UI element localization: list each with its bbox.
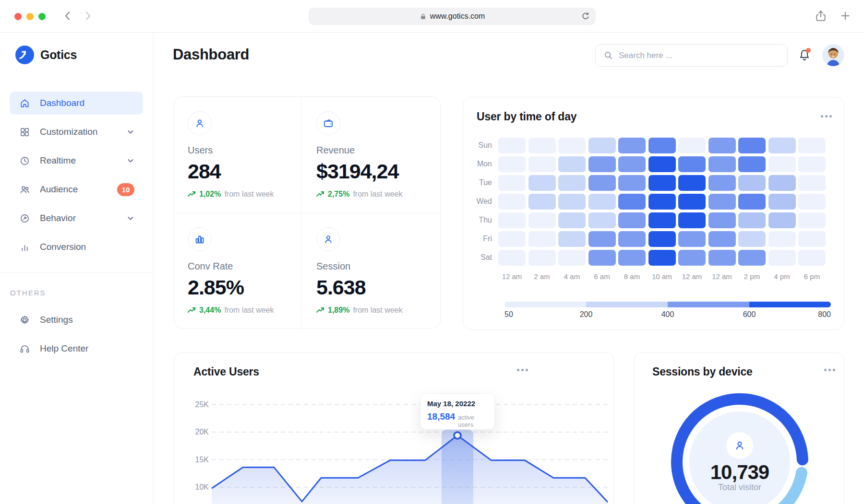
heatmap-cell (618, 250, 646, 266)
heatmap-row-label: Thu (470, 216, 492, 224)
user-avatar[interactable] (822, 44, 844, 66)
reload-icon[interactable] (580, 11, 591, 22)
headset-icon (19, 343, 30, 354)
heatmap-cell (588, 250, 616, 266)
audience-badge: 10 (117, 183, 134, 196)
brand-name: Gotics (40, 48, 77, 62)
legend-tick: 200 (580, 310, 593, 319)
heatmap-cell (558, 138, 586, 153)
y-axis-tick: 20K (188, 428, 209, 436)
heatmap-cell (588, 156, 616, 172)
trend-percent: 2,75% (328, 190, 349, 199)
heatmap-hour-label: 4 am (557, 272, 587, 281)
wallet-icon (323, 117, 334, 129)
new-tab-icon[interactable] (839, 10, 852, 22)
heatmap-cell (708, 194, 736, 210)
stat-trend: 2,75% from last week (316, 190, 441, 199)
heatmap-cell (768, 138, 796, 153)
heatmap-row-label: Wed (470, 197, 492, 206)
chevron-down-icon (127, 157, 134, 164)
page-title: Dashboard (173, 46, 249, 63)
donut-chart: 10,739 Total visitor (634, 387, 844, 504)
heatmap-cell (648, 175, 676, 191)
heatmap-cell (618, 156, 646, 172)
address-bar[interactable]: www.gotics.com (309, 8, 596, 25)
heatmap-cell (498, 250, 526, 266)
minimize-window-button[interactable] (26, 13, 34, 20)
gear-icon (19, 315, 30, 326)
session-stat-icon-circle (316, 227, 340, 251)
tooltip-label: active users (458, 414, 488, 428)
visitor-icon-circle (726, 432, 753, 459)
heatmap-cell (498, 231, 526, 247)
sessions-by-device-card: Sessions by device 10,739 Total visitor (634, 352, 844, 504)
sidebar-item-label: Audience (40, 184, 78, 195)
heatmap-hour-label: 12 am (497, 272, 527, 281)
card-menu-button[interactable] (821, 115, 832, 117)
sidebar-item-label: Customization (40, 127, 97, 137)
heatmap-hour-label: 4 pm (767, 272, 797, 281)
heatmap-cell (798, 175, 826, 191)
heatmap-cell (708, 212, 736, 228)
close-window-button[interactable] (14, 13, 22, 20)
heatmap-cell (708, 231, 736, 247)
trend-percent: 3,44% (199, 306, 221, 315)
stat-trend: 1,89% from last week (316, 306, 441, 315)
user-by-time-card: User by time of day SunMonTueWedThuFriSa… (463, 97, 844, 330)
trend-suffix: from last week (224, 190, 274, 199)
heatmap-cell (738, 175, 766, 191)
heatmap-cell (558, 212, 586, 228)
heatmap-cell (648, 231, 676, 247)
sidebar-item-customization[interactable]: Customization (10, 120, 143, 143)
brand[interactable]: Gotics (15, 46, 77, 64)
heatmap-cell (528, 250, 556, 266)
stat-value: 5.638 (316, 276, 441, 299)
sidebar-item-audience[interactable]: Audience10 (10, 178, 143, 201)
heatmap-cell (708, 250, 736, 266)
share-icon[interactable] (815, 10, 827, 22)
chevron-down-icon (127, 128, 134, 136)
grid-icon (19, 127, 30, 138)
stat-conv-rate: Conv Rate 2.85% 3,44% from last week (174, 213, 301, 329)
heatmap-cell (678, 231, 706, 247)
card-menu-button[interactable] (824, 369, 835, 371)
avatar-image (822, 44, 844, 66)
gauge-icon (19, 213, 30, 224)
legend-tick: 800 (818, 310, 831, 319)
search-input[interactable] (619, 51, 780, 60)
heatmap-cell (678, 156, 706, 172)
heatmap-cell (528, 212, 556, 228)
heatmap-cell (588, 194, 616, 210)
heatmap-cell (648, 156, 676, 172)
sidebar-item-label: Help Center (40, 343, 88, 354)
back-icon[interactable] (61, 10, 74, 22)
heatmap-cell (648, 212, 676, 228)
sidebar-item-settings[interactable]: Settings (10, 308, 143, 331)
total-visitors-value: 10,739 (634, 461, 844, 484)
sidebar-item-label: Realtime (40, 155, 76, 166)
heatmap-cell (558, 250, 586, 266)
sidebar-item-realtime[interactable]: Realtime (10, 149, 143, 172)
stat-label: Revenue (316, 145, 441, 156)
sidebar-item-label: Behavior (40, 213, 76, 223)
sidebar-item-behavior[interactable]: Behavior (10, 207, 143, 230)
stat-trend: 3,44% from last week (188, 306, 301, 315)
heatmap-cell (618, 138, 646, 153)
forward-icon[interactable] (82, 10, 94, 22)
card-menu-button[interactable] (517, 369, 528, 371)
search-icon (603, 50, 613, 60)
sidebar-item-label: Dashboard (40, 98, 84, 108)
heatmap-cell (738, 212, 766, 228)
tooltip-value: 18,584 (427, 411, 455, 422)
stat-value: 2.85% (188, 276, 301, 299)
heatmap-cell (678, 250, 706, 266)
sidebar-item-help-center[interactable]: Help Center (10, 337, 143, 360)
sidebar-item-dashboard[interactable]: Dashboard (10, 92, 143, 115)
heatmap-cell (708, 175, 736, 191)
home-icon (19, 98, 30, 109)
sidebar-item-label: Conversion (40, 242, 86, 252)
zoom-window-button[interactable] (38, 13, 46, 20)
sidebar-item-conversion[interactable]: Conversion (10, 235, 143, 258)
heatmap-cell (618, 231, 646, 247)
heatmap-cell (648, 250, 676, 266)
